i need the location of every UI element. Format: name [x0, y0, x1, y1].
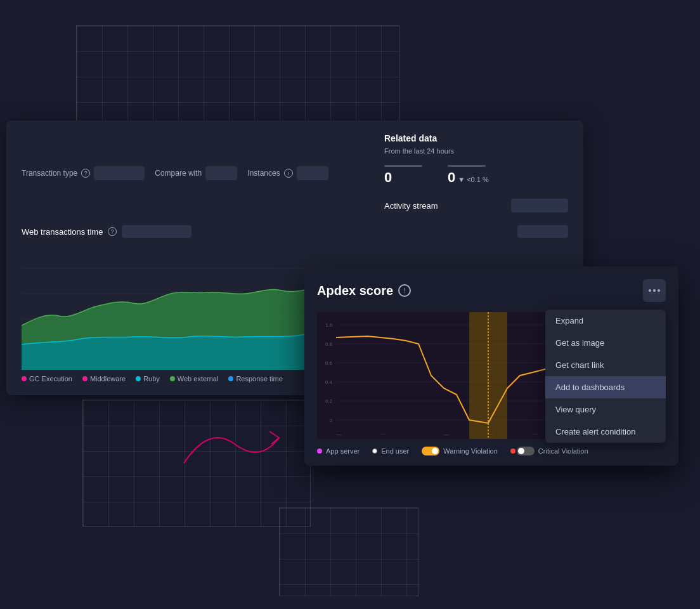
- legend-ruby: Ruby: [136, 375, 160, 383]
- menu-item-view-query[interactable]: View query: [545, 398, 666, 421]
- warning-knob: [432, 448, 438, 454]
- critical-toggle[interactable]: [517, 447, 535, 455]
- app-server-label: App server: [326, 447, 360, 455]
- dot-2: [653, 289, 656, 292]
- activity-pill[interactable]: [511, 199, 568, 213]
- chart-help-icon[interactable]: ?: [108, 227, 117, 236]
- metric-2: 0 ▼ <0.1 %: [448, 165, 489, 186]
- legend-app-server: App server: [317, 447, 360, 455]
- menu-item-create-alert[interactable]: Create alert conidition: [545, 421, 666, 443]
- legend-response-time: Response time: [228, 375, 282, 383]
- warning-label: Warning Violation: [443, 447, 498, 455]
- compare-with-label: Compare with: [155, 169, 202, 178]
- context-menu: Expand Get as image Get chart link Add t…: [545, 310, 666, 443]
- menu-item-expand[interactable]: Expand: [545, 310, 666, 332]
- svg-text:0.4: 0.4: [325, 379, 333, 385]
- legend-gc: GC Execution: [22, 375, 72, 383]
- transaction-type-pill[interactable]: [94, 166, 145, 180]
- apdex-legend: App server End user Warning Violation Cr…: [317, 447, 666, 455]
- critical-label: Critical Violation: [538, 447, 588, 455]
- svg-text:0: 0: [330, 417, 333, 423]
- legend-dot-gc: [22, 376, 27, 381]
- end-user-label: End user: [381, 447, 409, 455]
- legend-label-ruby: Ruby: [143, 375, 160, 383]
- end-user-dot: [372, 449, 377, 454]
- legend-dot-ruby: [136, 376, 141, 381]
- transaction-type-help-icon[interactable]: ?: [81, 169, 90, 178]
- spiral-arrow: [171, 412, 298, 478]
- apdex-info-icon[interactable]: !: [398, 284, 411, 297]
- svg-text:—: —: [488, 431, 493, 437]
- svg-text:—: —: [380, 431, 386, 437]
- svg-text:—: —: [336, 431, 341, 437]
- legend-label-middleware: Middleware: [90, 375, 126, 383]
- metric-2-bar: [448, 165, 486, 167]
- legend-label-web-external: Web external: [178, 375, 219, 383]
- related-metrics: 0 0 ▼ <0.1 %: [384, 165, 568, 186]
- legend-middleware: Middleware: [82, 375, 126, 383]
- chart-header: Web transactions time ?: [22, 225, 568, 238]
- chart-range[interactable]: [517, 225, 568, 238]
- apdex-title: Apdex score: [317, 284, 393, 298]
- svg-text:0.6: 0.6: [325, 360, 333, 366]
- legend-dot-middleware: [82, 376, 88, 381]
- metric-1-value: 0: [384, 169, 422, 186]
- instances-pill[interactable]: [297, 166, 328, 180]
- chart-pill[interactable]: [122, 225, 191, 238]
- metric-1: 0: [384, 165, 422, 186]
- compare-with-filter: Compare with: [155, 166, 237, 180]
- instances-filter: Instances i: [247, 166, 328, 180]
- svg-text:—: —: [533, 431, 538, 437]
- critical-knob: [518, 448, 524, 454]
- svg-text:1.0: 1.0: [325, 322, 333, 328]
- svg-text:0.2: 0.2: [325, 398, 333, 404]
- legend-dot-web-external: [170, 376, 175, 381]
- svg-text:—: —: [444, 431, 449, 437]
- legend-critical-violation: Critical Violation: [510, 447, 588, 455]
- grid-top: [76, 25, 399, 127]
- menu-item-add-dashboards[interactable]: Add to dashboards: [545, 376, 666, 398]
- activity-label: Activity stream: [384, 201, 438, 211]
- transaction-type-label: Transaction type: [22, 169, 77, 178]
- app-server-dot: [317, 449, 322, 454]
- legend-warning-violation: Warning Violation: [422, 447, 498, 455]
- instances-help-icon[interactable]: i: [284, 169, 293, 178]
- legend-label-response-time: Response time: [236, 375, 282, 383]
- menu-item-chart-link[interactable]: Get chart link: [545, 354, 666, 376]
- legend-label-gc: GC Execution: [29, 375, 72, 383]
- apdex-card: Apdex score ! Expand Get as image Get ch…: [304, 266, 678, 466]
- grid-bottom-right: [279, 508, 418, 596]
- compare-with-pill[interactable]: [205, 166, 237, 180]
- legend-web-external: Web external: [170, 375, 219, 383]
- activity-section: Activity stream: [384, 199, 568, 213]
- chart-title: Web transactions time: [22, 227, 103, 237]
- metric-2-value: 0: [448, 169, 455, 186]
- critical-dot: [510, 449, 515, 454]
- dot-1: [649, 289, 651, 292]
- apdex-title-row: Apdex score !: [317, 284, 411, 298]
- transaction-type-filter: Transaction type ?: [22, 166, 145, 180]
- legend-end-user: End user: [372, 447, 409, 455]
- dot-3: [658, 289, 660, 292]
- related-data-subtitle: From the last 24 hours: [384, 147, 568, 155]
- apdex-menu-button[interactable]: [643, 279, 666, 302]
- critical-toggle-group: [510, 447, 535, 455]
- metric-2-change: ▼ <0.1 %: [458, 176, 489, 183]
- warning-toggle[interactable]: [422, 447, 439, 455]
- apdex-header: Apdex score ! Expand Get as image Get ch…: [317, 279, 666, 302]
- instances-label: Instances: [247, 169, 280, 178]
- filter-bar: Transaction type ? Compare with Instance…: [22, 133, 568, 213]
- legend-dot-response-time: [228, 376, 233, 381]
- related-data-title: Related data: [384, 133, 568, 143]
- menu-item-get-image[interactable]: Get as image: [545, 332, 666, 354]
- metric-1-bar: [384, 165, 422, 167]
- svg-text:0.8: 0.8: [325, 341, 333, 347]
